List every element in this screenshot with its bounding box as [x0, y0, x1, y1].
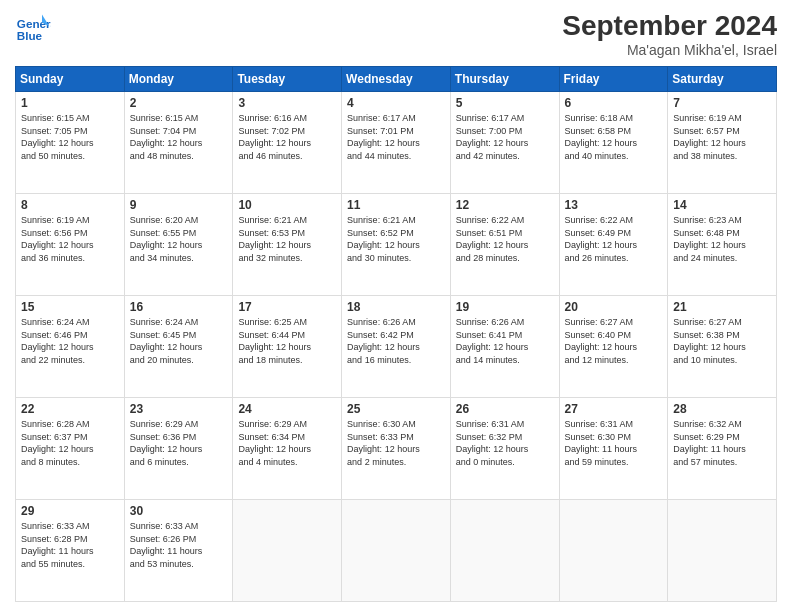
day-number: 24: [238, 402, 336, 416]
day-info: Sunrise: 6:23 AM Sunset: 6:48 PM Dayligh…: [673, 214, 771, 264]
day-info: Sunrise: 6:17 AM Sunset: 7:01 PM Dayligh…: [347, 112, 445, 162]
header-row: Sunday Monday Tuesday Wednesday Thursday…: [16, 67, 777, 92]
day-number: 27: [565, 402, 663, 416]
day-info: Sunrise: 6:21 AM Sunset: 6:52 PM Dayligh…: [347, 214, 445, 264]
calendar-cell: 29Sunrise: 6:33 AM Sunset: 6:28 PM Dayli…: [16, 500, 125, 602]
calendar-cell: 2Sunrise: 6:15 AM Sunset: 7:04 PM Daylig…: [124, 92, 233, 194]
day-info: Sunrise: 6:17 AM Sunset: 7:00 PM Dayligh…: [456, 112, 554, 162]
title-area: September 2024 Ma'agan Mikha'el, Israel: [562, 10, 777, 58]
day-info: Sunrise: 6:29 AM Sunset: 6:34 PM Dayligh…: [238, 418, 336, 468]
svg-text:Blue: Blue: [17, 29, 43, 42]
day-number: 17: [238, 300, 336, 314]
day-number: 20: [565, 300, 663, 314]
calendar-cell: 16Sunrise: 6:24 AM Sunset: 6:45 PM Dayli…: [124, 296, 233, 398]
day-info: Sunrise: 6:16 AM Sunset: 7:02 PM Dayligh…: [238, 112, 336, 162]
calendar-cell: 13Sunrise: 6:22 AM Sunset: 6:49 PM Dayli…: [559, 194, 668, 296]
col-thursday: Thursday: [450, 67, 559, 92]
logo: General Blue: [15, 10, 51, 46]
day-number: 5: [456, 96, 554, 110]
day-number: 26: [456, 402, 554, 416]
calendar-cell: 21Sunrise: 6:27 AM Sunset: 6:38 PM Dayli…: [668, 296, 777, 398]
day-info: Sunrise: 6:32 AM Sunset: 6:29 PM Dayligh…: [673, 418, 771, 468]
day-info: Sunrise: 6:31 AM Sunset: 6:32 PM Dayligh…: [456, 418, 554, 468]
calendar-table: Sunday Monday Tuesday Wednesday Thursday…: [15, 66, 777, 602]
calendar-cell: 8Sunrise: 6:19 AM Sunset: 6:56 PM Daylig…: [16, 194, 125, 296]
day-number: 15: [21, 300, 119, 314]
week-row-1: 1Sunrise: 6:15 AM Sunset: 7:05 PM Daylig…: [16, 92, 777, 194]
day-number: 19: [456, 300, 554, 314]
day-number: 14: [673, 198, 771, 212]
calendar-cell: [450, 500, 559, 602]
day-info: Sunrise: 6:33 AM Sunset: 6:26 PM Dayligh…: [130, 520, 228, 570]
location-title: Ma'agan Mikha'el, Israel: [562, 42, 777, 58]
calendar-cell: 18Sunrise: 6:26 AM Sunset: 6:42 PM Dayli…: [342, 296, 451, 398]
day-number: 8: [21, 198, 119, 212]
logo-icon: General Blue: [15, 10, 51, 46]
day-number: 18: [347, 300, 445, 314]
day-number: 23: [130, 402, 228, 416]
day-number: 16: [130, 300, 228, 314]
day-info: Sunrise: 6:26 AM Sunset: 6:42 PM Dayligh…: [347, 316, 445, 366]
day-info: Sunrise: 6:22 AM Sunset: 6:51 PM Dayligh…: [456, 214, 554, 264]
month-title: September 2024: [562, 10, 777, 42]
day-number: 13: [565, 198, 663, 212]
day-info: Sunrise: 6:19 AM Sunset: 6:57 PM Dayligh…: [673, 112, 771, 162]
day-number: 12: [456, 198, 554, 212]
week-row-5: 29Sunrise: 6:33 AM Sunset: 6:28 PM Dayli…: [16, 500, 777, 602]
calendar-cell: 22Sunrise: 6:28 AM Sunset: 6:37 PM Dayli…: [16, 398, 125, 500]
day-number: 10: [238, 198, 336, 212]
day-number: 22: [21, 402, 119, 416]
calendar-cell: 14Sunrise: 6:23 AM Sunset: 6:48 PM Dayli…: [668, 194, 777, 296]
calendar-cell: [559, 500, 668, 602]
day-number: 11: [347, 198, 445, 212]
calendar-cell: 7Sunrise: 6:19 AM Sunset: 6:57 PM Daylig…: [668, 92, 777, 194]
page: General Blue September 2024 Ma'agan Mikh…: [0, 0, 792, 612]
week-row-3: 15Sunrise: 6:24 AM Sunset: 6:46 PM Dayli…: [16, 296, 777, 398]
calendar-cell: 19Sunrise: 6:26 AM Sunset: 6:41 PM Dayli…: [450, 296, 559, 398]
day-number: 1: [21, 96, 119, 110]
calendar-cell: 10Sunrise: 6:21 AM Sunset: 6:53 PM Dayli…: [233, 194, 342, 296]
day-number: 21: [673, 300, 771, 314]
day-number: 29: [21, 504, 119, 518]
day-info: Sunrise: 6:19 AM Sunset: 6:56 PM Dayligh…: [21, 214, 119, 264]
calendar-cell: 6Sunrise: 6:18 AM Sunset: 6:58 PM Daylig…: [559, 92, 668, 194]
day-info: Sunrise: 6:15 AM Sunset: 7:04 PM Dayligh…: [130, 112, 228, 162]
calendar-cell: 26Sunrise: 6:31 AM Sunset: 6:32 PM Dayli…: [450, 398, 559, 500]
day-number: 2: [130, 96, 228, 110]
week-row-2: 8Sunrise: 6:19 AM Sunset: 6:56 PM Daylig…: [16, 194, 777, 296]
calendar-cell: 12Sunrise: 6:22 AM Sunset: 6:51 PM Dayli…: [450, 194, 559, 296]
calendar-cell: 20Sunrise: 6:27 AM Sunset: 6:40 PM Dayli…: [559, 296, 668, 398]
calendar-cell: 23Sunrise: 6:29 AM Sunset: 6:36 PM Dayli…: [124, 398, 233, 500]
day-info: Sunrise: 6:15 AM Sunset: 7:05 PM Dayligh…: [21, 112, 119, 162]
day-info: Sunrise: 6:27 AM Sunset: 6:40 PM Dayligh…: [565, 316, 663, 366]
calendar-cell: 30Sunrise: 6:33 AM Sunset: 6:26 PM Dayli…: [124, 500, 233, 602]
day-info: Sunrise: 6:21 AM Sunset: 6:53 PM Dayligh…: [238, 214, 336, 264]
day-info: Sunrise: 6:26 AM Sunset: 6:41 PM Dayligh…: [456, 316, 554, 366]
calendar-cell: 1Sunrise: 6:15 AM Sunset: 7:05 PM Daylig…: [16, 92, 125, 194]
day-number: 25: [347, 402, 445, 416]
calendar-cell: 27Sunrise: 6:31 AM Sunset: 6:30 PM Dayli…: [559, 398, 668, 500]
calendar-cell: 17Sunrise: 6:25 AM Sunset: 6:44 PM Dayli…: [233, 296, 342, 398]
day-info: Sunrise: 6:31 AM Sunset: 6:30 PM Dayligh…: [565, 418, 663, 468]
col-sunday: Sunday: [16, 67, 125, 92]
day-number: 9: [130, 198, 228, 212]
week-row-4: 22Sunrise: 6:28 AM Sunset: 6:37 PM Dayli…: [16, 398, 777, 500]
calendar-cell: 5Sunrise: 6:17 AM Sunset: 7:00 PM Daylig…: [450, 92, 559, 194]
calendar-cell: 24Sunrise: 6:29 AM Sunset: 6:34 PM Dayli…: [233, 398, 342, 500]
day-info: Sunrise: 6:24 AM Sunset: 6:45 PM Dayligh…: [130, 316, 228, 366]
day-info: Sunrise: 6:28 AM Sunset: 6:37 PM Dayligh…: [21, 418, 119, 468]
col-tuesday: Tuesday: [233, 67, 342, 92]
header: General Blue September 2024 Ma'agan Mikh…: [15, 10, 777, 58]
day-number: 28: [673, 402, 771, 416]
calendar-cell: [668, 500, 777, 602]
day-info: Sunrise: 6:33 AM Sunset: 6:28 PM Dayligh…: [21, 520, 119, 570]
col-saturday: Saturday: [668, 67, 777, 92]
calendar-cell: 15Sunrise: 6:24 AM Sunset: 6:46 PM Dayli…: [16, 296, 125, 398]
day-info: Sunrise: 6:30 AM Sunset: 6:33 PM Dayligh…: [347, 418, 445, 468]
day-info: Sunrise: 6:27 AM Sunset: 6:38 PM Dayligh…: [673, 316, 771, 366]
calendar-cell: 3Sunrise: 6:16 AM Sunset: 7:02 PM Daylig…: [233, 92, 342, 194]
day-number: 3: [238, 96, 336, 110]
day-number: 4: [347, 96, 445, 110]
calendar-cell: [342, 500, 451, 602]
calendar-cell: 9Sunrise: 6:20 AM Sunset: 6:55 PM Daylig…: [124, 194, 233, 296]
